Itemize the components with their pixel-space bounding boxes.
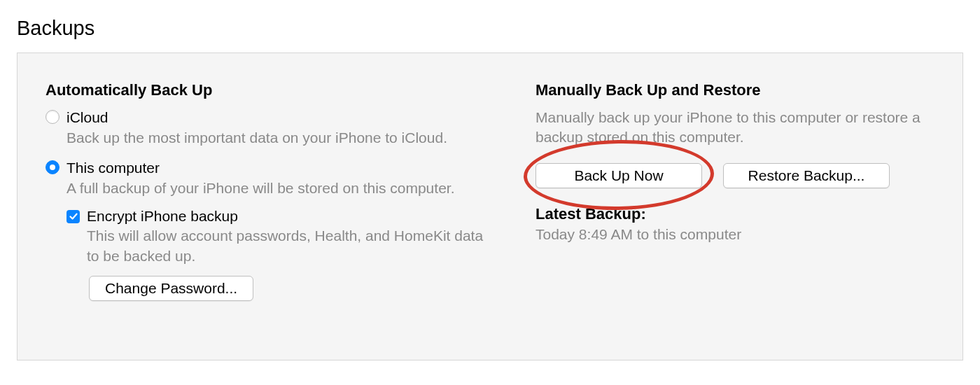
change-password-button[interactable]: Change Password... <box>89 276 253 301</box>
auto-backup-column: Automatically Back Up iCloud Back up the… <box>46 81 493 339</box>
radio-icon <box>46 110 59 124</box>
backups-panel: Automatically Back Up iCloud Back up the… <box>17 52 963 360</box>
encrypt-label: Encrypt iPhone backup <box>87 208 493 225</box>
radio-icon <box>46 160 59 174</box>
radio-option-icloud[interactable]: iCloud Back up the most important data o… <box>46 108 493 148</box>
back-up-now-button[interactable]: Back Up Now <box>536 163 702 188</box>
latest-backup-text: Today 8:49 AM to this computer <box>536 226 934 243</box>
radio-content: This computer A full backup of your iPho… <box>66 158 493 199</box>
manual-backup-column: Manually Back Up and Restore Manually ba… <box>522 81 934 339</box>
manual-heading: Manually Back Up and Restore <box>536 81 934 99</box>
restore-backup-button[interactable]: Restore Backup... <box>723 163 890 188</box>
manual-button-row: Back Up Now Restore Backup... <box>536 163 934 188</box>
encrypt-checkbox-row[interactable]: Encrypt iPhone backup This will allow ac… <box>66 208 493 266</box>
auto-backup-heading: Automatically Back Up <box>46 81 493 99</box>
this-computer-desc: A full backup of your iPhone will be sto… <box>66 178 493 198</box>
manual-desc: Manually back up your iPhone to this com… <box>536 108 934 148</box>
checkbox-content: Encrypt iPhone backup This will allow ac… <box>87 208 493 266</box>
icloud-desc: Back up the most important data on your … <box>66 128 493 148</box>
latest-backup-heading: Latest Backup: <box>536 205 934 223</box>
encrypt-desc: This will allow account passwords, Healt… <box>87 226 493 266</box>
section-title: Backups <box>17 17 963 40</box>
this-computer-label: This computer <box>66 158 493 177</box>
change-password-wrap: Change Password... <box>89 276 493 301</box>
radio-option-this-computer[interactable]: This computer A full backup of your iPho… <box>46 158 493 199</box>
radio-content: iCloud Back up the most important data o… <box>66 108 493 148</box>
icloud-label: iCloud <box>66 108 493 127</box>
checkbox-icon <box>66 210 80 223</box>
